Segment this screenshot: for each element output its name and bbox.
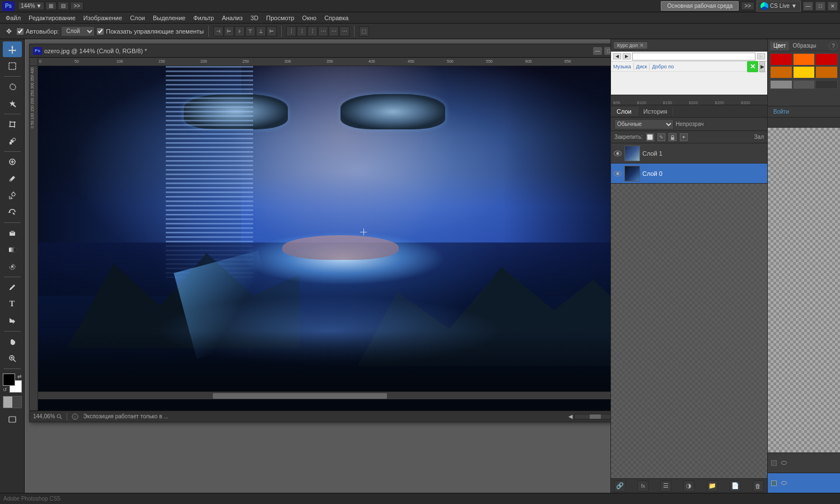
- align-bottom-btn[interactable]: ⊢: [267, 26, 277, 36]
- dist-bottom-btn[interactable]: ⋯: [339, 26, 349, 36]
- swatch-red2[interactable]: [815, 53, 838, 66]
- zoom-btn[interactable]: [3, 351, 22, 366]
- minimize-button[interactable]: —: [803, 2, 813, 11]
- hand-btn[interactable]: [3, 334, 22, 349]
- browser-welcome-link[interactable]: Добро по: [652, 64, 674, 69]
- layer-item-0[interactable]: Слой 0: [611, 164, 767, 184]
- align-left-btn[interactable]: ⊣: [213, 26, 223, 36]
- browser-collapse-btn[interactable]: ▶: [759, 61, 765, 72]
- reset-colors[interactable]: ↺: [3, 387, 7, 393]
- browser-tab-close[interactable]: ✕: [640, 43, 644, 48]
- prev-frame-btn[interactable]: ◀: [568, 413, 573, 419]
- history-tab[interactable]: История: [638, 107, 674, 116]
- layer0-visibility[interactable]: [613, 169, 622, 178]
- screen-mode-btn[interactable]: ⊞: [45, 2, 57, 10]
- browser-tab-active[interactable]: Курс дол ✕: [613, 41, 648, 49]
- add-fx-btn[interactable]: fx: [637, 480, 648, 492]
- show-controls-checkbox[interactable]: [97, 28, 104, 35]
- layers-tab[interactable]: Слои: [611, 107, 638, 116]
- color-tab[interactable]: Цвет: [770, 41, 789, 50]
- lock-position-btn[interactable]: ✎: [657, 133, 665, 141]
- clone-stamp-btn[interactable]: [3, 188, 22, 203]
- menu-view[interactable]: Просмотр: [263, 14, 297, 22]
- more-workspaces-btn[interactable]: >>: [741, 2, 754, 10]
- browser-forward-btn[interactable]: ▶: [623, 53, 631, 59]
- browser-address-bar[interactable]: [632, 53, 755, 60]
- pen-btn[interactable]: [3, 279, 22, 295]
- doc-maximize-btn[interactable]: □: [604, 47, 610, 55]
- dist-mid-h-btn[interactable]: ⋯: [329, 26, 339, 36]
- menu-3d[interactable]: 3D: [247, 14, 262, 22]
- layer-item-1[interactable]: Слой 1: [611, 143, 767, 164]
- spot-heal-btn[interactable]: [3, 154, 22, 170]
- login-link[interactable]: Войти: [770, 108, 792, 116]
- screen-mode-tool-btn[interactable]: [3, 412, 22, 427]
- menu-help[interactable]: Справка: [321, 14, 352, 22]
- swatch-orange[interactable]: [793, 53, 815, 66]
- menu-layers[interactable]: Слои: [127, 14, 148, 22]
- lasso-btn[interactable]: [3, 79, 22, 95]
- status-scroll-track[interactable]: [574, 414, 610, 419]
- browser-go-btn[interactable]: ▶: [757, 53, 765, 59]
- menu-filter[interactable]: Фильтр: [190, 14, 217, 22]
- browser-back-btn[interactable]: ◀: [613, 53, 621, 59]
- workspace-button[interactable]: Основная рабочая среда: [661, 1, 739, 11]
- browser-music-link[interactable]: Музыка: [613, 64, 631, 69]
- swap-colors[interactable]: ⇄: [17, 374, 22, 379]
- canvas-image[interactable]: [38, 66, 610, 410]
- add-mask-btn[interactable]: ☰: [660, 480, 671, 492]
- swatch-brown[interactable]: [770, 66, 792, 78]
- swatch-yellow[interactable]: [793, 66, 815, 78]
- swatches-tab[interactable]: Образцы: [789, 41, 819, 50]
- new-layer-btn[interactable]: 📄: [730, 480, 741, 492]
- blend-mode-dropdown[interactable]: Обычные Умножение Экран: [614, 119, 674, 129]
- link-layers-btn[interactable]: 🔗: [614, 480, 626, 492]
- foreground-color[interactable]: [3, 374, 15, 386]
- crop-btn[interactable]: [3, 116, 22, 132]
- swatch-red[interactable]: [770, 53, 792, 66]
- scroll-thumb-h[interactable]: [213, 393, 388, 399]
- swatch-verydark[interactable]: [815, 80, 838, 89]
- menu-file[interactable]: Файл: [2, 14, 24, 22]
- cs-live-button[interactable]: CS Live ▼: [757, 1, 801, 12]
- menu-select[interactable]: Выделение: [150, 14, 189, 22]
- magic-wand-btn[interactable]: [3, 96, 22, 111]
- rect-select-btn[interactable]: [3, 58, 22, 74]
- quick-mask-toggle[interactable]: [3, 396, 22, 408]
- align-right-btn[interactable]: ⊦: [235, 26, 245, 36]
- far-layer0-row[interactable]: [768, 473, 840, 493]
- far-help-btn[interactable]: ?: [829, 41, 838, 50]
- new-group-btn[interactable]: 📁: [707, 480, 718, 492]
- color-indicator[interactable]: ↺ ⇄: [3, 374, 22, 393]
- text-btn[interactable]: T: [3, 296, 22, 312]
- brush-btn[interactable]: [3, 171, 22, 186]
- help-icon[interactable]: ?: [829, 41, 838, 50]
- menu-analysis[interactable]: Анализ: [218, 14, 246, 22]
- swatch-darkgray[interactable]: [793, 80, 815, 89]
- lock-pixels-btn[interactable]: ⬜: [646, 133, 654, 141]
- swatch-gray[interactable]: [770, 80, 792, 89]
- gradient-btn[interactable]: [3, 242, 22, 258]
- eyedropper-btn[interactable]: [3, 133, 22, 149]
- close-button[interactable]: ✕: [828, 2, 838, 11]
- blur-btn[interactable]: [3, 259, 22, 274]
- history-brush-btn[interactable]: [3, 204, 22, 220]
- scrollbar-horizontal[interactable]: [38, 391, 610, 399]
- auto-align-btn[interactable]: ⬚: [359, 26, 369, 36]
- delete-layer-btn[interactable]: 🗑: [753, 480, 764, 492]
- dist-top-btn[interactable]: ⋯: [318, 26, 328, 36]
- layer1-visibility[interactable]: [613, 149, 622, 158]
- auto-select-checkbox[interactable]: [17, 28, 24, 35]
- dist-right-btn[interactable]: ⋮: [307, 26, 318, 36]
- align-center-v-btn[interactable]: ⊢: [224, 26, 234, 36]
- align-middle-h-btn[interactable]: ⊥: [256, 26, 266, 36]
- menu-edit[interactable]: Редактирование: [25, 14, 79, 22]
- green-x-button[interactable]: ✕: [747, 61, 758, 72]
- menu-image[interactable]: Изображение: [80, 14, 125, 22]
- lock-move-btn[interactable]: ✦: [680, 133, 688, 141]
- path-select-btn[interactable]: [3, 313, 22, 329]
- add-adjustment-btn[interactable]: ◑: [683, 480, 694, 492]
- menu-window[interactable]: Окно: [299, 14, 320, 22]
- eraser-btn[interactable]: [3, 225, 22, 241]
- browser-disk-link[interactable]: Диск: [636, 64, 647, 69]
